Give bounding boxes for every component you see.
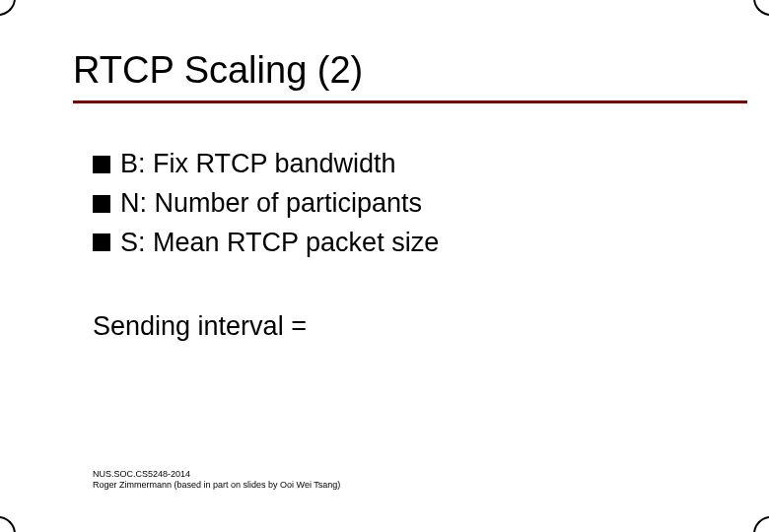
sending-interval-line: Sending interval = xyxy=(93,311,307,342)
footer-line-2: Roger Zimmermann (based in part on slide… xyxy=(93,480,340,491)
square-bullet-icon xyxy=(93,195,110,213)
corner-decoration xyxy=(753,516,769,532)
square-bullet-icon xyxy=(93,233,110,251)
title-underline xyxy=(73,100,747,103)
corner-decoration xyxy=(0,516,16,532)
slide-title: RTCP Scaling (2) xyxy=(73,49,363,92)
corner-decoration xyxy=(0,0,16,16)
bullet-list: B: Fix RTCP bandwidth N: Number of parti… xyxy=(93,148,710,265)
slide-footer: NUS.SOC.CS5248-2014 Roger Zimmermann (ba… xyxy=(93,469,340,492)
list-item: S: Mean RTCP packet size xyxy=(93,227,710,260)
square-bullet-icon xyxy=(93,156,110,173)
list-item: B: Fix RTCP bandwidth xyxy=(93,148,710,181)
bullet-text: S: Mean RTCP packet size xyxy=(120,227,439,260)
bullet-text: B: Fix RTCP bandwidth xyxy=(120,148,396,181)
corner-decoration xyxy=(753,0,769,16)
list-item: N: Number of participants xyxy=(93,187,710,221)
bullet-text: N: Number of participants xyxy=(120,187,422,221)
footer-line-1: NUS.SOC.CS5248-2014 xyxy=(93,469,340,480)
